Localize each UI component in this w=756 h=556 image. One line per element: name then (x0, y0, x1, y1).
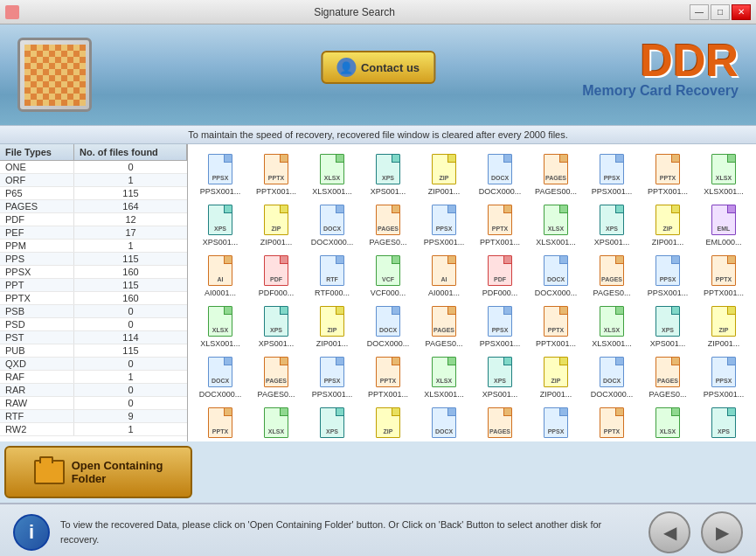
list-item[interactable]: XLSX XLSX001... (193, 302, 247, 351)
list-item[interactable]: PPSX PPSX001... (193, 149, 247, 198)
file-grid: PPSX PPSX001... PPTX PPTX001... XLSX XLS… (191, 148, 753, 441)
list-item[interactable]: XPS XPS001... (585, 200, 639, 249)
table-row[interactable]: PUB115 (0, 344, 187, 358)
count-cell: 0 (74, 161, 187, 173)
list-item[interactable]: ZIP ZIP001... (305, 302, 359, 351)
list-item[interactable]: DOCX DOCX000... (193, 352, 247, 401)
back-button[interactable]: ◀ (648, 511, 690, 553)
maximize-button[interactable]: □ (711, 4, 730, 20)
list-item[interactable]: PPSX PPSX001... (305, 352, 359, 401)
table-row[interactable]: RTF9 (0, 410, 187, 423)
list-item[interactable]: XPS XPS001... (305, 403, 359, 441)
list-item[interactable]: PPTX PPTX001... (249, 149, 303, 198)
list-item[interactable]: PPSX PPSX001... (417, 200, 471, 249)
close-button[interactable]: ✕ (732, 4, 751, 20)
table-row[interactable]: ONE0 (0, 161, 187, 174)
list-item[interactable]: PAGES PAGES0... (641, 352, 695, 401)
file-icon: XLSX (430, 355, 458, 388)
table-row[interactable]: RAR0 (0, 384, 187, 397)
list-item[interactable]: DOCX DOCX000... (529, 251, 583, 300)
list-item[interactable]: XPS XPS001... (697, 403, 751, 441)
list-item[interactable]: VCF VCF000... (361, 251, 415, 300)
list-item[interactable]: XPS XPS001... (193, 200, 247, 249)
list-item[interactable]: PDF PDF000... (249, 251, 303, 300)
list-item[interactable]: PAGES PAGES0... (417, 302, 471, 351)
list-item[interactable]: PAGES PAGES00... (529, 149, 583, 198)
open-folder-line2: Folder (72, 472, 107, 485)
table-row[interactable]: PEF17 (0, 226, 187, 240)
table-row[interactable]: PDF12 (0, 213, 187, 226)
table-row[interactable]: PPS115 (0, 253, 187, 266)
table-row[interactable]: PST114 (0, 331, 187, 344)
list-item[interactable]: ZIP ZIP001... (529, 352, 583, 401)
list-item[interactable]: XPS XPS001... (473, 352, 527, 401)
table-row[interactable]: PPTX160 (0, 292, 187, 305)
list-item[interactable]: ZIP ZIP001... (417, 149, 471, 198)
table-row[interactable]: PSD0 (0, 318, 187, 331)
table-row[interactable]: RAF1 (0, 371, 187, 384)
list-item[interactable]: XLSX XLSX001... (249, 403, 303, 441)
list-item[interactable]: PPSX PPSX001... (697, 352, 751, 401)
list-item[interactable]: PAGES PAGES0... (249, 352, 303, 401)
list-item[interactable]: PAGES PAGES0... (585, 251, 639, 300)
table-row[interactable]: PAGES164 (0, 200, 187, 213)
file-ext-label: PPTX (265, 175, 288, 181)
list-item[interactable]: PPTX PPTX001... (641, 149, 695, 198)
forward-button[interactable]: ▶ (701, 511, 743, 553)
list-item[interactable]: AI AI0001... (417, 251, 471, 300)
table-row[interactable]: PPM1 (0, 240, 187, 253)
filetype-cell: QXD (0, 358, 74, 370)
list-item[interactable]: XPS XPS001... (249, 302, 303, 351)
contact-button[interactable]: 👤 Contact us (321, 51, 435, 84)
list-item[interactable]: XLSX XLSX001... (641, 403, 695, 441)
table-row[interactable]: RW21 (0, 423, 187, 436)
open-folder-button[interactable]: Open Containing Folder (4, 446, 192, 498)
list-item[interactable]: PPSX PPSX001... (473, 302, 527, 351)
list-item[interactable]: PPTX PPTX001... (697, 251, 751, 300)
list-item[interactable]: PPSX PPSX001... (529, 403, 583, 441)
list-item[interactable]: XLSX XLSX001... (697, 149, 751, 198)
file-ext-label: VCF (377, 276, 399, 282)
list-item[interactable]: PPTX PPTX001... (473, 200, 527, 249)
list-item[interactable]: DOCX DOCX000... (585, 352, 639, 401)
list-item[interactable]: PPTX PPTX001... (193, 403, 247, 441)
list-item[interactable]: AI AI0001... (193, 251, 247, 300)
list-item[interactable]: PAGES PAGES0... (473, 403, 527, 441)
table-row[interactable]: P65115 (0, 187, 187, 200)
list-item[interactable]: PAGES PAGES0... (361, 200, 415, 249)
list-item[interactable]: PPSX PPSX001... (641, 251, 695, 300)
list-item[interactable]: PPTX PPTX001... (585, 403, 639, 441)
list-item[interactable]: PPSX PPSX001... (585, 149, 639, 198)
file-type-table[interactable]: ONE0ORF1P65115PAGES164PDF12PEF17PPM1PPS1… (0, 161, 187, 441)
list-item[interactable]: DOCX DOCX000... (473, 149, 527, 198)
list-item[interactable]: PPTX PPTX001... (361, 352, 415, 401)
list-item[interactable]: ZIP ZIP001... (641, 200, 695, 249)
list-item[interactable]: DOCX DOCX000... (361, 302, 415, 351)
list-item[interactable]: PDF PDF000... (473, 251, 527, 300)
list-item[interactable]: RTF RTF000... (305, 251, 359, 300)
minimize-button[interactable]: — (690, 4, 709, 20)
list-item[interactable]: PPTX PPTX001... (529, 302, 583, 351)
file-ext-label: DOCX (321, 226, 343, 232)
list-item[interactable]: ZIP ZIP001... (361, 403, 415, 441)
list-item[interactable]: XLSX XLSX001... (529, 200, 583, 249)
table-row[interactable]: RAW0 (0, 397, 187, 410)
list-item[interactable]: DOCX DOCX000... (305, 200, 359, 249)
list-item[interactable]: ZIP ZIP001... (697, 302, 751, 351)
list-item[interactable]: EML EML000... (697, 200, 751, 249)
list-item[interactable]: XPS XPS001... (361, 149, 415, 198)
file-name-label: XPS001... (315, 441, 350, 441)
list-item[interactable]: XLSX XLSX001... (305, 149, 359, 198)
file-grid-panel[interactable]: PPSX PPSX001... PPTX PPTX001... XLSX XLS… (188, 144, 756, 441)
list-item[interactable]: XLSX XLSX001... (585, 302, 639, 351)
list-item[interactable]: ZIP ZIP001... (249, 200, 303, 249)
table-row[interactable]: PPT115 (0, 279, 187, 292)
list-item[interactable]: XPS XPS001... (641, 302, 695, 351)
table-row[interactable]: PPSX160 (0, 266, 187, 279)
table-row[interactable]: PSB0 (0, 305, 187, 318)
table-row[interactable]: QXD0 (0, 358, 187, 371)
file-icon-shape: PAGES (655, 357, 680, 387)
table-row[interactable]: ORF1 (0, 174, 187, 187)
list-item[interactable]: XLSX XLSX001... (417, 352, 471, 401)
list-item[interactable]: DOCX DOCX000... (417, 403, 471, 441)
